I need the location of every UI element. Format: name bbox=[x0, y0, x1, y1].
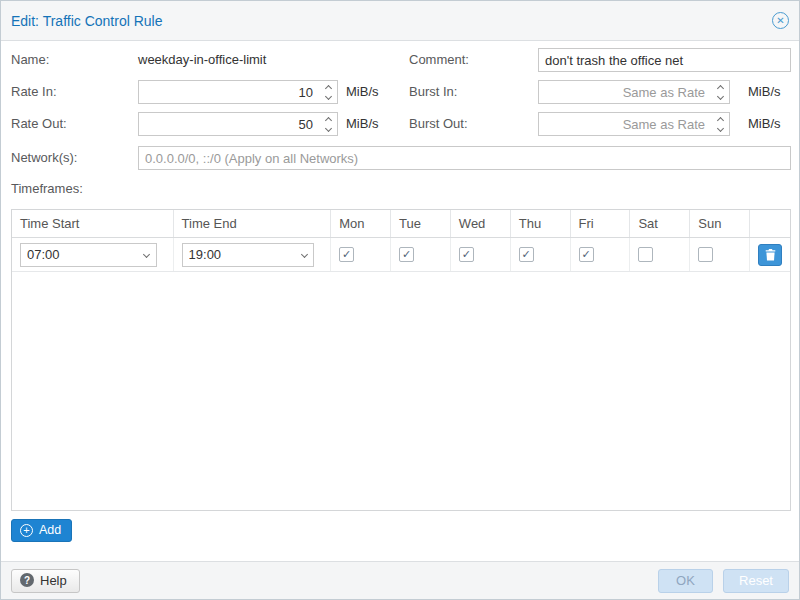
add-button[interactable]: + Add bbox=[11, 519, 72, 542]
fri-checkbox[interactable]: ✓ bbox=[579, 247, 594, 262]
time-start-input[interactable] bbox=[20, 243, 157, 267]
close-icon[interactable]: ✕ bbox=[772, 12, 789, 29]
plus-circle-icon: + bbox=[20, 524, 33, 537]
chevron-down-icon[interactable] bbox=[295, 244, 313, 266]
rate-out-field bbox=[138, 112, 338, 136]
rate-out-label: Rate Out: bbox=[11, 116, 67, 131]
col-header-wed[interactable]: Wed bbox=[451, 210, 511, 237]
timeframe-row: ✓ ✓ ✓ ✓ ✓ bbox=[12, 238, 790, 272]
time-start-cell bbox=[12, 238, 174, 271]
trash-icon bbox=[765, 249, 776, 261]
burst-in-input[interactable] bbox=[538, 80, 730, 104]
col-header-sun[interactable]: Sun bbox=[690, 210, 750, 237]
dialog-title: Edit: Traffic Control Rule bbox=[11, 13, 162, 29]
chevron-down-icon[interactable] bbox=[138, 244, 156, 266]
sat-checkbox[interactable] bbox=[638, 247, 653, 262]
tue-checkbox[interactable]: ✓ bbox=[399, 247, 414, 262]
networks-input[interactable] bbox=[138, 146, 791, 170]
wed-cell: ✓ bbox=[451, 238, 511, 271]
burst-in-label: Burst In: bbox=[409, 84, 457, 99]
mon-cell: ✓ bbox=[331, 238, 391, 271]
burst-in-spinner[interactable] bbox=[712, 81, 729, 103]
wed-checkbox[interactable]: ✓ bbox=[459, 247, 474, 262]
delete-row-button[interactable] bbox=[758, 244, 782, 266]
burst-out-field bbox=[538, 112, 730, 136]
time-end-cell bbox=[174, 238, 332, 271]
col-header-fri[interactable]: Fri bbox=[571, 210, 631, 237]
thu-cell: ✓ bbox=[511, 238, 571, 271]
rate-in-spinner[interactable] bbox=[320, 81, 337, 103]
burst-in-field bbox=[538, 80, 730, 104]
burst-in-unit: MiB/s bbox=[748, 84, 781, 99]
rate-out-spinner[interactable] bbox=[320, 113, 337, 135]
name-value: weekday-in-office-limit bbox=[138, 52, 266, 67]
add-button-label: Add bbox=[39, 523, 61, 537]
sat-cell bbox=[630, 238, 690, 271]
time-start-select[interactable] bbox=[20, 243, 157, 267]
burst-out-unit: MiB/s bbox=[748, 116, 781, 131]
fri-cell: ✓ bbox=[571, 238, 631, 271]
dialog-body: Name: weekday-in-office-limit Comment: R… bbox=[1, 41, 799, 561]
name-label: Name: bbox=[11, 52, 49, 67]
col-header-mon[interactable]: Mon bbox=[331, 210, 391, 237]
time-end-select[interactable] bbox=[182, 243, 315, 267]
reset-button[interactable]: Reset bbox=[723, 569, 789, 593]
rate-in-label: Rate In: bbox=[11, 84, 57, 99]
networks-label: Network(s): bbox=[11, 150, 77, 165]
rate-out-input[interactable] bbox=[138, 112, 338, 136]
col-header-sat[interactable]: Sat bbox=[630, 210, 690, 237]
mon-checkbox[interactable]: ✓ bbox=[339, 247, 354, 262]
timeframes-label: Timeframes: bbox=[11, 181, 83, 196]
networks-field bbox=[138, 146, 791, 170]
comment-label: Comment: bbox=[409, 52, 469, 67]
comment-field bbox=[538, 48, 791, 72]
help-button[interactable]: ? Help bbox=[11, 569, 80, 593]
col-header-tue[interactable]: Tue bbox=[391, 210, 451, 237]
rate-in-unit: MiB/s bbox=[346, 84, 379, 99]
sun-cell bbox=[690, 238, 750, 271]
rate-in-input[interactable] bbox=[138, 80, 338, 104]
tue-cell: ✓ bbox=[391, 238, 451, 271]
col-header-time-start[interactable]: Time Start bbox=[12, 210, 174, 237]
burst-out-label: Burst Out: bbox=[409, 116, 468, 131]
dialog-titlebar: Edit: Traffic Control Rule ✕ bbox=[1, 1, 799, 41]
traffic-control-rule-dialog: Edit: Traffic Control Rule ✕ Name: weekd… bbox=[0, 0, 800, 600]
col-header-actions bbox=[750, 210, 790, 237]
question-icon: ? bbox=[20, 573, 34, 587]
col-header-time-end[interactable]: Time End bbox=[174, 210, 332, 237]
dialog-footer: ? Help OK Reset bbox=[1, 561, 799, 599]
timeframes-table: Time Start Time End Mon Tue Wed Thu Fri … bbox=[11, 209, 791, 511]
ok-button[interactable]: OK bbox=[658, 569, 713, 593]
thu-checkbox[interactable]: ✓ bbox=[519, 247, 534, 262]
actions-cell bbox=[750, 238, 790, 271]
burst-out-spinner[interactable] bbox=[712, 113, 729, 135]
col-header-thu[interactable]: Thu bbox=[511, 210, 571, 237]
sun-checkbox[interactable] bbox=[698, 247, 713, 262]
help-button-label: Help bbox=[40, 573, 67, 588]
comment-input[interactable] bbox=[538, 48, 791, 72]
rate-out-unit: MiB/s bbox=[346, 116, 379, 131]
table-header-row: Time Start Time End Mon Tue Wed Thu Fri … bbox=[12, 210, 790, 238]
rate-in-field bbox=[138, 80, 338, 104]
burst-out-input[interactable] bbox=[538, 112, 730, 136]
